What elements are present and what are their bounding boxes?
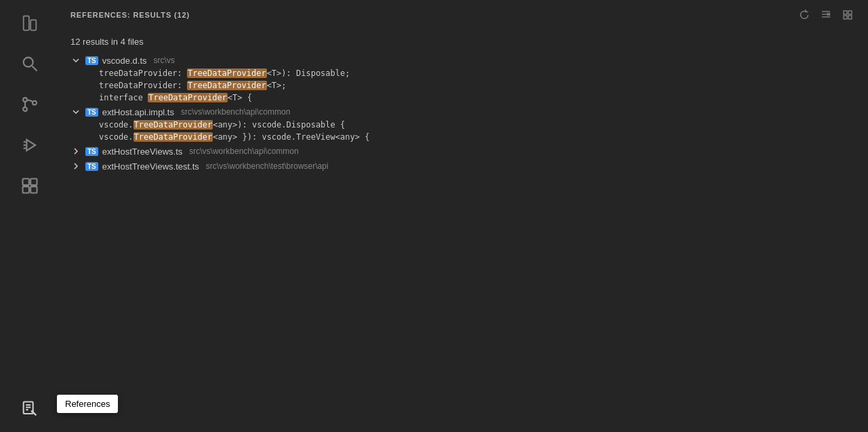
activity-bar: References	[0, 0, 60, 432]
svg-rect-25	[848, 11, 852, 14]
code-before: vscode.	[99, 132, 133, 142]
panel-actions	[795, 5, 857, 24]
ts-badge: TS	[85, 162, 98, 171]
file-name: extHost.api.impl.ts	[102, 107, 174, 117]
panel-header: REFERENCES: RESULTS (12)	[60, 0, 868, 30]
highlight-text: TreeDataProvider	[133, 132, 213, 142]
code-after: <any> }): vscode.TreeView<any> {	[213, 132, 369, 142]
main-panel: REFERENCES: RESULTS (12)	[60, 0, 868, 432]
svg-point-4	[23, 98, 27, 102]
svg-rect-27	[848, 16, 852, 19]
result-line[interactable]: vscode.TreeDataProvider<any> }): vscode.…	[60, 131, 868, 143]
code-before: interface	[99, 93, 148, 102]
file-header-exthost-treeviews-test[interactable]: TS extHostTreeViews.test.ts src\vs\workb…	[60, 159, 868, 173]
file-path: src\vs\workbench\api\common	[181, 107, 290, 117]
svg-rect-0	[24, 16, 29, 31]
results-summary: 12 results in 4 files	[60, 33, 868, 54]
file-name: vscode.d.ts	[102, 56, 147, 66]
panel-title: REFERENCES: RESULTS (12)	[70, 11, 190, 19]
refresh-button[interactable]	[795, 5, 814, 24]
code-after: <T>;	[267, 81, 287, 90]
ts-badge: TS	[85, 56, 98, 65]
svg-point-5	[23, 107, 27, 111]
ts-badge: TS	[85, 147, 98, 156]
file-group-exthost-treeviews: TS extHostTreeViews.ts src\vs\workbench\…	[60, 144, 868, 158]
file-group-exthost-api: TS extHost.api.impl.ts src\vs\workbench\…	[60, 105, 868, 143]
code-after: <any>): vscode.Disposable {	[213, 120, 345, 130]
file-group-exthost-treeviews-test: TS extHostTreeViews.test.ts src\vs\workb…	[60, 159, 868, 173]
result-line[interactable]: treeDataProvider: TreeDataProvider<T>): …	[60, 67, 868, 79]
clear-all-button[interactable]	[817, 5, 835, 24]
result-line[interactable]: interface TreeDataProvider<T> {	[60, 92, 868, 104]
svg-rect-14	[23, 186, 29, 193]
code-after: <T> {	[228, 93, 252, 102]
activity-icon-extensions[interactable]	[12, 168, 47, 203]
activity-bottom-section: References	[12, 391, 47, 427]
file-header-exthost-treeviews[interactable]: TS extHostTreeViews.ts src\vs\workbench\…	[60, 144, 868, 158]
result-line[interactable]: vscode.TreeDataProvider<any>): vscode.Di…	[60, 119, 868, 131]
collapse-button[interactable]	[838, 5, 857, 24]
svg-marker-7	[26, 140, 35, 151]
activity-icon-source-control[interactable]	[12, 87, 47, 122]
svg-rect-26	[844, 16, 847, 19]
ts-badge: TS	[85, 108, 98, 117]
file-name: extHostTreeViews.test.ts	[102, 161, 199, 172]
svg-rect-1	[30, 20, 36, 30]
file-path: src\vs\workbench\api\common	[189, 146, 298, 156]
code-before: treeDataProvider:	[99, 81, 187, 90]
chevron-down-icon	[70, 106, 81, 117]
chevron-right-icon	[70, 146, 81, 157]
activity-icon-search[interactable]	[12, 46, 47, 81]
highlight-text: TreeDataProvider	[187, 81, 267, 90]
svg-point-2	[24, 58, 33, 67]
activity-icon-references[interactable]	[12, 391, 47, 427]
highlight-text: TreeDataProvider	[187, 68, 267, 78]
chevron-down-icon	[70, 55, 81, 66]
activity-icon-run[interactable]	[12, 127, 47, 163]
svg-rect-13	[30, 186, 37, 193]
chevron-right-icon	[70, 161, 81, 172]
file-header-vscode-d-ts[interactable]: TS vscode.d.ts src\vs	[60, 54, 868, 67]
code-before: treeDataProvider:	[99, 68, 187, 78]
file-group-vscode-d-ts: TS vscode.d.ts src\vs treeDataProvider: …	[60, 54, 868, 104]
tooltip-text: References	[57, 395, 118, 413]
activity-icon-explorer[interactable]	[12, 5, 47, 41]
highlight-text: TreeDataProvider	[133, 120, 213, 130]
highlight-text: TreeDataProvider	[148, 93, 228, 102]
svg-rect-24	[844, 11, 847, 14]
file-name: extHostTreeViews.ts	[102, 146, 183, 157]
svg-rect-11	[23, 179, 29, 185]
code-after: <T>): Disposable;	[267, 68, 350, 78]
svg-line-3	[33, 66, 37, 71]
code-before: vscode.	[99, 120, 133, 130]
svg-rect-12	[30, 179, 37, 185]
file-header-exthost-api[interactable]: TS extHost.api.impl.ts src\vs\workbench\…	[60, 105, 868, 119]
file-path: src\vs	[154, 56, 175, 65]
results-area[interactable]: 12 results in 4 files TS vscode.d.ts src…	[60, 30, 868, 432]
file-path: src\vs\workbench\test\browser\api	[206, 161, 329, 171]
result-line[interactable]: treeDataProvider: TreeDataProvider<T>;	[60, 79, 868, 92]
references-tooltip: References	[57, 395, 118, 413]
